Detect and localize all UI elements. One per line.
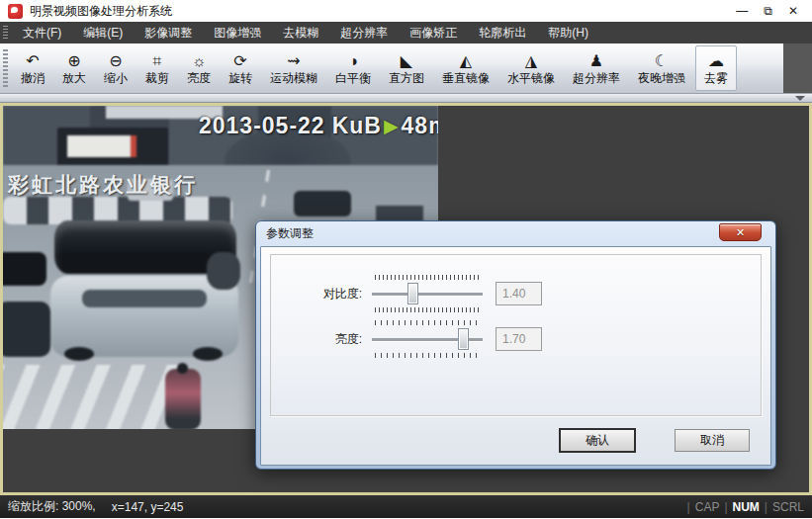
tool-zoom-out-button[interactable]: ⊖缩小 bbox=[96, 45, 135, 91]
horizontal-mirror-icon: ◮ bbox=[525, 51, 537, 70]
window-title: 明景视频图像处理分析系统 bbox=[30, 3, 172, 20]
slider-ticks bbox=[375, 275, 480, 280]
parameters-groupbox: 对比度: 1.40 亮度: bbox=[270, 254, 762, 416]
video-timestamp-overlay: 2013-05-22 KuB ▶ 48m30 bbox=[199, 113, 438, 139]
tool-crop-button[interactable]: ⌗裁剪 bbox=[137, 45, 177, 91]
tool-label: 旋转 bbox=[228, 70, 252, 87]
menu-item-image-adjust[interactable]: 影像调整 bbox=[134, 22, 203, 43]
menu-item-image-rectify[interactable]: 画像矫正 bbox=[399, 22, 468, 43]
dialog-close-button[interactable]: ✕ bbox=[719, 223, 762, 241]
tool-motion-blur-button[interactable]: ⇝运动模糊 bbox=[262, 45, 325, 91]
restore-button[interactable]: ⧉ bbox=[764, 4, 772, 18]
rotate-icon: ⟳ bbox=[233, 51, 246, 70]
tool-vertical-mirror-button[interactable]: ◭垂直镜像 bbox=[434, 45, 497, 91]
tool-label: 撤消 bbox=[21, 70, 45, 87]
app-logo-dot bbox=[11, 7, 18, 13]
brightness-label: 亮度: bbox=[291, 331, 362, 348]
toolbar-band: ↶撤消⊕放大⊖缩小⌗裁剪☼亮度⟳旋转⇝运动模糊◑白平衡◣直方图◭垂直镜像◮水平镜… bbox=[0, 43, 783, 94]
image-workspace: 2013-05-22 KuB ▶ 48m30 彩虹北路农业银行 参数调整 ✕ 对… bbox=[0, 103, 812, 495]
indicator-separator: | bbox=[687, 500, 690, 514]
menu-item-edit[interactable]: 编辑(E) bbox=[72, 22, 134, 43]
vertical-mirror-icon: ◭ bbox=[460, 51, 472, 70]
indicator-cap: CAP bbox=[695, 500, 720, 514]
slider-ticks bbox=[375, 307, 480, 312]
tool-super-resolution-button[interactable]: ♟超分辨率 bbox=[565, 45, 628, 91]
dialog-title: 参数调整 bbox=[266, 225, 314, 242]
scene-rider-head bbox=[177, 363, 188, 374]
undo-icon: ↶ bbox=[26, 51, 39, 70]
brightness-slider[interactable] bbox=[372, 316, 483, 362]
tool-white-balance-button[interactable]: ◑白平衡 bbox=[327, 45, 379, 91]
tool-label: 缩小 bbox=[104, 70, 128, 87]
tool-brightness-button[interactable]: ☼亮度 bbox=[179, 45, 219, 91]
close-button[interactable]: ✕ bbox=[788, 4, 798, 18]
white-balance-icon: ◑ bbox=[348, 51, 358, 70]
indicator-separator: | bbox=[724, 500, 727, 514]
indicator-num: NUM bbox=[733, 500, 760, 514]
status-indicators: |CAP|NUM|SCRL bbox=[682, 500, 804, 514]
cancel-button[interactable]: 取消 bbox=[675, 429, 750, 452]
zoom-ratio-text: 缩放比例: 300%, bbox=[8, 498, 96, 515]
dehaze-icon: ☁ bbox=[708, 51, 724, 70]
window-controls: — ⧉ ✕ bbox=[736, 4, 812, 18]
scene-car-far-left bbox=[3, 252, 46, 286]
contrast-value-field[interactable]: 1.40 bbox=[496, 282, 542, 305]
menu-item-super-resolution[interactable]: 超分辨率 bbox=[329, 22, 399, 43]
scene-billboard bbox=[57, 128, 168, 167]
slider-track bbox=[372, 293, 483, 296]
tool-label: 裁剪 bbox=[145, 70, 169, 87]
motion-blur-icon: ⇝ bbox=[287, 51, 300, 70]
tool-rotate-button[interactable]: ⟳旋转 bbox=[221, 45, 260, 91]
confirm-button[interactable]: 确认 bbox=[560, 429, 635, 452]
scene-scooter-rider bbox=[165, 369, 201, 429]
tool-dehaze-button[interactable]: ☁去雾 bbox=[695, 45, 737, 91]
indicator-scrl: SCRL bbox=[772, 500, 804, 514]
scene-mid-scooter bbox=[207, 252, 240, 290]
toolbar-items: ↶撤消⊕放大⊖缩小⌗裁剪☼亮度⟳旋转⇝运动模糊◑白平衡◣直方图◭垂直镜像◮水平镜… bbox=[12, 43, 738, 93]
tool-label: 放大 bbox=[62, 70, 86, 87]
contrast-slider-thumb[interactable] bbox=[407, 283, 418, 304]
tool-horizontal-mirror-button[interactable]: ◮水平镜像 bbox=[499, 45, 563, 91]
brightness-field-row: 亮度: 1.70 bbox=[291, 316, 542, 362]
toolbar-overflow-chevron-icon[interactable] bbox=[795, 96, 805, 101]
scene-car-bottom-left bbox=[3, 302, 50, 357]
brightness-value-field[interactable]: 1.70 bbox=[496, 327, 542, 351]
player-badge-text: KuB bbox=[332, 113, 382, 139]
status-bar: 缩放比例: 300%, x=147, y=245 |CAP|NUM|SCRL bbox=[0, 495, 812, 518]
scene-billboard-sign bbox=[67, 135, 136, 157]
menubar-grip-icon bbox=[3, 26, 8, 40]
slider-ticks bbox=[375, 320, 480, 325]
contrast-slider[interactable] bbox=[372, 271, 483, 316]
dialog-body: 对比度: 1.40 亮度: bbox=[260, 246, 771, 466]
toolbar-overflow-strip bbox=[0, 94, 812, 103]
super-resolution-icon: ♟ bbox=[589, 51, 603, 70]
tool-undo-button[interactable]: ↶撤消 bbox=[13, 45, 52, 91]
tool-zoom-in-button[interactable]: ⊕放大 bbox=[54, 45, 94, 91]
menu-item-contour-extract[interactable]: 轮廓析出 bbox=[468, 22, 537, 43]
tool-histogram-button[interactable]: ◣直方图 bbox=[381, 45, 432, 91]
menu-item-image-enhance[interactable]: 图像增强 bbox=[203, 22, 272, 43]
tool-label: 直方图 bbox=[389, 70, 424, 87]
slider-ticks bbox=[375, 353, 480, 358]
tool-night-enhance-button[interactable]: ☾夜晚增强 bbox=[630, 45, 693, 91]
menu-bar: 文件(F)编辑(E)影像调整图像增强去模糊超分辨率画像矫正轮廓析出帮助(H) bbox=[0, 22, 812, 43]
tool-label: 亮度 bbox=[187, 70, 211, 87]
toolbar-grip-icon bbox=[3, 49, 8, 87]
tool-label: 去雾 bbox=[704, 70, 728, 87]
crop-icon: ⌗ bbox=[152, 51, 161, 70]
menu-bar-items: 文件(F)编辑(E)影像调整图像增强去模糊超分辨率画像矫正轮廓析出帮助(H) bbox=[12, 22, 599, 43]
tool-label: 垂直镜像 bbox=[442, 70, 490, 87]
menu-item-deblur[interactable]: 去模糊 bbox=[272, 22, 329, 43]
dialog-title-bar[interactable]: 参数调整 ✕ bbox=[260, 221, 771, 246]
brightness-icon: ☼ bbox=[192, 51, 207, 70]
minimize-button[interactable]: — bbox=[736, 4, 748, 18]
time-code-text: 48m30 bbox=[402, 113, 438, 139]
brightness-slider-thumb[interactable] bbox=[458, 328, 469, 350]
dialog-buttons: 确认 取消 bbox=[560, 429, 750, 452]
tool-label: 超分辨率 bbox=[573, 70, 620, 87]
indicator-separator: | bbox=[765, 500, 767, 514]
menu-item-help[interactable]: 帮助(H) bbox=[537, 22, 599, 43]
menu-item-file[interactable]: 文件(F) bbox=[12, 22, 72, 43]
zoom-out-icon: ⊖ bbox=[109, 51, 122, 70]
app-window: 明景视频图像处理分析系统 — ⧉ ✕ 文件(F)编辑(E)影像调整图像增强去模糊… bbox=[0, 0, 812, 519]
